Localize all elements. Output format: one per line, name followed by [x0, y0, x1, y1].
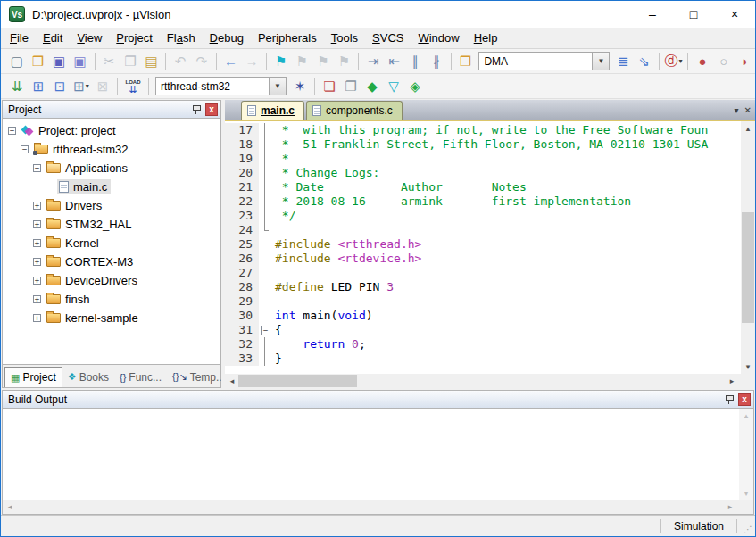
code-line[interactable]: 33}	[225, 351, 741, 366]
manage-run-time-environment-icon[interactable]: ◈	[404, 76, 426, 97]
tree-item-body[interactable]: kernel-sample	[45, 310, 142, 326]
start-stop-debug-session-icon[interactable]: ⓓ▾	[663, 51, 685, 72]
find-text-combo[interactable]: DMA▼	[478, 52, 610, 70]
stop-build-icon[interactable]: ⊠	[92, 76, 113, 97]
build-output-close-icon[interactable]: x	[738, 393, 751, 406]
find-text-input[interactable]: DMA	[478, 52, 593, 70]
editor-tab-main-c[interactable]: main.c	[241, 101, 304, 120]
menu-view[interactable]: View	[70, 29, 109, 47]
tree-item-main-c[interactable]: main.c	[3, 178, 220, 196]
expand-icon[interactable]: +	[33, 277, 41, 285]
code-line[interactable]: 31{	[225, 323, 741, 337]
redo-icon[interactable]: ↷	[191, 51, 212, 72]
manage-project-items-icon[interactable]: ❏	[319, 76, 340, 97]
collapse-icon[interactable]: −	[8, 127, 16, 135]
clear-all-bookmarks-icon[interactable]: ⚑	[334, 51, 355, 72]
open-file-icon[interactable]: ❒	[28, 51, 49, 72]
scroll-left-icon[interactable]: ◂	[225, 374, 239, 388]
tree-item-body[interactable]: CORTEX-M3	[45, 254, 137, 269]
resize-grip[interactable]: ⋰	[737, 516, 755, 536]
close-button[interactable]: ×	[714, 1, 755, 28]
target-select-value[interactable]: rtthread-stm32	[155, 77, 270, 95]
next-bookmark-icon[interactable]: ⚑	[312, 51, 334, 72]
tree-item-body[interactable]: STM32_HAL	[45, 217, 135, 232]
previous-bookmark-icon[interactable]: ⚑	[291, 51, 312, 72]
tab-books[interactable]: ❖Books	[62, 367, 114, 387]
horizontal-scroll-thumb[interactable]	[238, 375, 357, 387]
indent-left-icon[interactable]: ⇤	[384, 51, 405, 72]
rebuild-all-icon[interactable]: ⊡	[49, 76, 71, 97]
options-for-target-icon[interactable]: ✶	[289, 76, 311, 97]
menu-help[interactable]: Help	[467, 29, 505, 47]
code-line[interactable]: 20 * Change Logs:	[225, 166, 741, 180]
code-line[interactable]: 27	[225, 266, 741, 280]
chevron-down-icon[interactable]: ▼	[270, 77, 287, 95]
download-to-flash-button[interactable]: LOAD⇊	[121, 76, 145, 97]
collapse-icon[interactable]: −	[33, 164, 41, 172]
code-line[interactable]: 26#include <rtdevice.h>	[225, 252, 741, 266]
pin-icon[interactable]	[190, 103, 203, 116]
menu-peripherals[interactable]: Peripherals	[251, 29, 324, 47]
tree-item-stm32-hal[interactable]: +STM32_HAL	[3, 215, 220, 234]
tree-item-project-project[interactable]: −Project: project	[3, 121, 220, 140]
scroll-right-icon[interactable]: ▸	[725, 374, 739, 388]
maximize-button[interactable]: □	[673, 1, 714, 28]
target-select-combo[interactable]: rtthread-stm32▼	[155, 77, 287, 95]
tab-project[interactable]: ▦Project	[4, 367, 62, 387]
find-next-icon[interactable]: ≣	[612, 51, 634, 72]
expand-icon[interactable]: +	[33, 239, 41, 247]
batch-build-icon[interactable]: ⊞▾	[71, 76, 92, 97]
code-line[interactable]: 18 * 51 Franklin Street, Fifth Floor, Bo…	[225, 137, 741, 152]
tab-functions[interactable]: {}Func...	[114, 367, 167, 387]
expand-icon[interactable]: +	[33, 295, 41, 303]
menu-edit[interactable]: Edit	[36, 29, 70, 47]
code-line[interactable]: 22 * 2018-08-16 armink first implementat…	[225, 194, 741, 209]
code-line[interactable]: 32 return 0;	[225, 337, 741, 351]
code-line[interactable]: 17 * with this program; if not, write to…	[225, 123, 741, 137]
select-software-packs-icon[interactable]: ▽	[383, 76, 404, 97]
scroll-down-icon[interactable]: ▾	[741, 359, 755, 374]
menu-tools[interactable]: Tools	[324, 29, 365, 47]
build-target-icon[interactable]: ⊞	[28, 76, 49, 97]
minimize-button[interactable]: –	[632, 1, 673, 28]
code-line[interactable]: 28#define LED_PIN 3	[225, 280, 741, 294]
tree-item-drivers[interactable]: +Drivers	[3, 196, 220, 215]
tree-item-body[interactable]: main.c	[57, 179, 111, 194]
tree-item-body[interactable]: Kernel	[45, 235, 103, 251]
tree-item-devicedrivers[interactable]: +DeviceDrivers	[3, 271, 220, 290]
code-line[interactable]: 29	[225, 294, 741, 309]
document-list-dropdown-icon[interactable]: ▾	[735, 105, 739, 115]
build-output-horizontal-scrollbar[interactable]: ◂ ▸	[3, 500, 753, 514]
tree-item-kernel[interactable]: +Kernel	[3, 234, 220, 252]
build-output-vertical-scrollbar[interactable]: ▴ ▾	[739, 409, 753, 500]
tree-item-applications[interactable]: −Applications	[3, 159, 220, 178]
menu-flash[interactable]: Flash	[160, 29, 203, 47]
multi-project-workspace-icon[interactable]: ❐	[340, 76, 361, 97]
tree-item-body[interactable]: Applications	[45, 161, 131, 176]
undo-icon[interactable]: ↶	[170, 51, 191, 72]
navigate-forward-icon[interactable]: →	[241, 51, 262, 72]
collapse-icon[interactable]: −	[21, 145, 29, 153]
uncomment-selection-icon[interactable]: ∦	[426, 51, 447, 72]
indent-right-icon[interactable]: ⇥	[362, 51, 384, 72]
tree-item-body[interactable]: Project: project	[20, 123, 120, 138]
code-line[interactable]: 19 *	[225, 152, 741, 166]
project-panel-close-icon[interactable]: x	[205, 103, 218, 116]
navigate-back-icon[interactable]: ←	[220, 51, 242, 72]
menu-debug[interactable]: Debug	[203, 29, 251, 47]
pin-icon[interactable]	[723, 393, 735, 406]
scroll-left-icon[interactable]: ◂	[3, 500, 17, 514]
menu-file[interactable]: File	[3, 29, 36, 47]
tree-item-body[interactable]: finsh	[45, 292, 93, 307]
tree-item-kernel-sample[interactable]: +kernel-sample	[3, 309, 220, 327]
menu-window[interactable]: Window	[411, 29, 466, 47]
scroll-down-icon[interactable]: ▾	[739, 487, 753, 500]
code-line[interactable]: 25#include <rtthread.h>	[225, 237, 741, 252]
expand-icon[interactable]: +	[33, 314, 41, 322]
scroll-up-icon[interactable]: ▴	[739, 409, 753, 422]
code-line[interactable]: 24	[225, 223, 741, 237]
disable-all-breakpoints-icon[interactable]: ◗	[735, 51, 756, 72]
vertical-scroll-thumb[interactable]	[742, 212, 754, 324]
incremental-find-icon[interactable]: ⇘	[634, 51, 655, 72]
tree-item-body[interactable]: DeviceDrivers	[45, 273, 141, 288]
